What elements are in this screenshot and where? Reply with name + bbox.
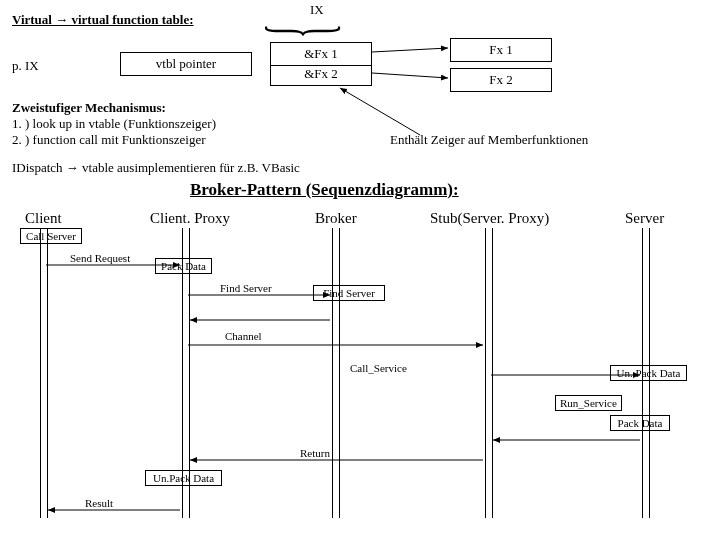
svg-line-2: [340, 88, 420, 135]
msg-unpack-data-1: Un. Pack Data: [610, 365, 687, 381]
lifeline-broker: [332, 228, 340, 518]
msg-find-server-1: Find Server: [220, 282, 272, 294]
brace-icon: }: [256, 24, 358, 38]
vtable-entry-1: &Fx 2: [270, 63, 372, 86]
vtable-title: Virtual → virtual function table:: [12, 12, 194, 28]
mech-step-2: 2. ) function call mit Funktionszeiger: [12, 132, 216, 148]
mech-step-1: 1. ) look up in vtable (Funktionszeiger): [12, 116, 216, 132]
msg-return: Return: [300, 447, 330, 459]
msg-unpack-data-2: Un.Pack Data: [145, 470, 222, 486]
msg-result: Result: [85, 497, 113, 509]
idispatch-note: IDispatch → vtable ausimplementieren für…: [12, 160, 300, 176]
msg-pack-data-1: Pack Data: [155, 258, 212, 274]
msg-find-server-2: Find Server: [313, 285, 385, 301]
fx-box-1: Fx 2: [450, 68, 552, 92]
pix-label: p. IX: [12, 58, 39, 74]
broker-title: Broker-Pattern (Sequenzdiagramm):: [190, 180, 459, 200]
msg-call-service: Call_Service: [350, 362, 407, 374]
lifeline-client: [40, 228, 48, 518]
actor-client: Client: [25, 210, 62, 227]
msg-pack-data-2: Pack Data: [610, 415, 670, 431]
msg-send-request: Send Request: [70, 252, 130, 264]
actor-broker: Broker: [315, 210, 357, 227]
actor-server: Server: [625, 210, 664, 227]
vtable-note: Enthält Zeiger auf Memberfunktionen: [390, 132, 588, 148]
svg-line-1: [372, 73, 448, 78]
actor-stub: Stub(Server. Proxy): [430, 210, 549, 227]
msg-channel: Channel: [225, 330, 262, 342]
svg-line-0: [372, 48, 448, 52]
lifeline-stub: [485, 228, 493, 518]
vtbl-pointer-box: vtbl pointer: [120, 52, 252, 76]
fx-box-0: Fx 1: [450, 38, 552, 62]
ix-label: IX: [310, 2, 324, 18]
mech-title: Zweistufiger Mechanismus:: [12, 100, 216, 116]
actor-client-proxy: Client. Proxy: [150, 210, 230, 227]
msg-call-server: Call Server: [20, 228, 82, 244]
mechanism-block: Zweistufiger Mechanismus: 1. ) look up i…: [12, 100, 216, 148]
msg-run-service: Run_Service: [555, 395, 622, 411]
